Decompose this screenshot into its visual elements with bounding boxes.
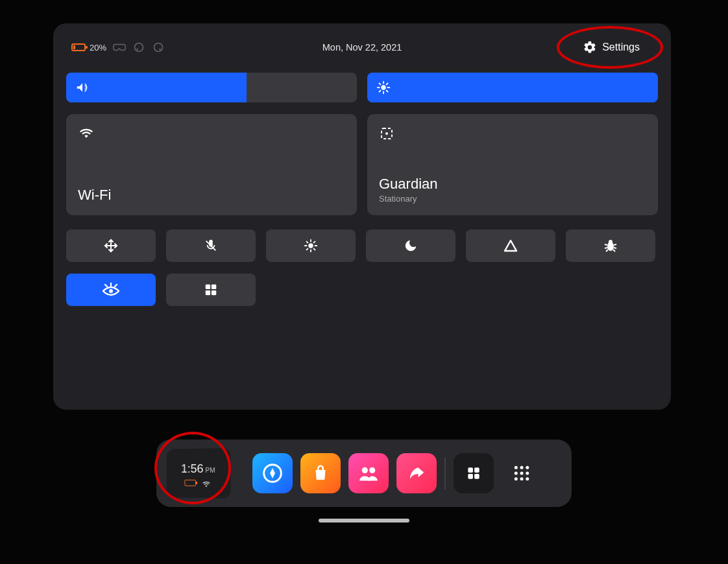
panel-header: 20% Mon, Nov 22, 2021 Settings xyxy=(66,36,658,58)
quick-mute-mic-button[interactable] xyxy=(166,229,256,262)
home-indicator[interactable] xyxy=(319,519,409,523)
svg-line-23 xyxy=(307,242,308,243)
brightness-slider[interactable] xyxy=(367,73,658,102)
svg-line-25 xyxy=(307,249,308,250)
svg-point-46 xyxy=(369,467,375,473)
move-icon xyxy=(103,238,119,253)
quick-notifications-button[interactable] xyxy=(466,229,555,262)
svg-rect-50 xyxy=(474,474,479,479)
dock: 1:56 PM xyxy=(156,440,572,507)
battery-status: 20% xyxy=(71,43,106,53)
boundary-icon xyxy=(379,126,646,141)
headset-icon xyxy=(113,41,126,54)
svg-point-3 xyxy=(159,49,161,51)
svg-rect-48 xyxy=(474,467,479,473)
svg-rect-39 xyxy=(206,285,210,289)
battery-pct-label: 20% xyxy=(90,43,106,53)
svg-line-9 xyxy=(379,83,380,84)
settings-label: Settings xyxy=(602,41,640,53)
dock-app-share[interactable] xyxy=(396,453,437,493)
dock-all-apps[interactable] xyxy=(502,453,542,493)
quick-bug-report-button[interactable] xyxy=(566,229,655,262)
sun-icon xyxy=(304,239,318,253)
quick-passthrough-shortcut-button[interactable] xyxy=(266,229,356,262)
svg-rect-40 xyxy=(212,285,216,289)
svg-point-45 xyxy=(362,467,368,473)
svg-point-54 xyxy=(515,472,518,475)
svg-point-28 xyxy=(609,240,613,244)
bag-icon xyxy=(311,464,330,483)
guardian-title: Guardian xyxy=(379,176,646,193)
settings-button[interactable]: Settings xyxy=(583,40,653,54)
clock-time: 1:56 xyxy=(181,462,203,475)
svg-rect-41 xyxy=(206,290,210,295)
dock-recent-apps[interactable] xyxy=(454,453,494,493)
svg-rect-47 xyxy=(468,467,473,473)
dock-separator xyxy=(444,457,446,489)
quick-app-grid-button[interactable] xyxy=(166,274,256,306)
quick-reset-view-button[interactable] xyxy=(66,229,156,262)
quick-night-mode-button[interactable] xyxy=(366,229,455,262)
svg-line-31 xyxy=(605,248,607,248)
svg-point-0 xyxy=(135,43,143,52)
share-icon xyxy=(407,464,426,483)
guardian-card[interactable]: Guardian Stationary xyxy=(367,114,658,215)
svg-point-38 xyxy=(109,289,113,293)
svg-point-57 xyxy=(515,477,518,480)
eye-icon xyxy=(102,282,120,298)
compass-icon xyxy=(262,463,283,484)
header-status-left: 20% xyxy=(71,41,165,54)
svg-line-29 xyxy=(605,244,607,245)
svg-point-1 xyxy=(136,49,138,51)
dock-battery-icon xyxy=(184,479,196,486)
svg-line-12 xyxy=(387,83,388,84)
mic-off-icon xyxy=(204,239,218,253)
svg-point-58 xyxy=(520,477,524,480)
svg-point-55 xyxy=(520,472,524,475)
dock-clock-tile[interactable]: 1:56 PM xyxy=(167,448,231,499)
svg-line-24 xyxy=(314,249,315,250)
svg-point-51 xyxy=(515,466,518,469)
svg-line-37 xyxy=(115,285,117,287)
svg-point-18 xyxy=(308,243,313,248)
svg-point-52 xyxy=(520,466,524,469)
svg-rect-49 xyxy=(468,474,473,479)
svg-line-10 xyxy=(387,91,388,92)
wifi-card[interactable]: Wi-Fi xyxy=(66,114,357,215)
svg-point-2 xyxy=(154,43,163,52)
people-icon xyxy=(358,464,379,482)
svg-line-33 xyxy=(606,250,608,252)
svg-point-4 xyxy=(381,85,385,89)
wifi-title: Wi-Fi xyxy=(78,187,345,204)
dock-app-people[interactable] xyxy=(348,453,389,493)
wifi-icon xyxy=(78,126,345,139)
volume-slider[interactable] xyxy=(66,73,357,102)
controller-left-icon xyxy=(132,41,145,54)
svg-point-53 xyxy=(526,466,529,469)
svg-point-14 xyxy=(385,132,388,135)
gear-icon xyxy=(583,40,597,54)
moon-icon xyxy=(404,239,418,253)
grid4-icon xyxy=(204,283,218,297)
dock-wifi-icon xyxy=(201,480,212,488)
svg-point-59 xyxy=(526,477,529,480)
controller-right-icon xyxy=(152,41,165,54)
svg-line-32 xyxy=(614,248,616,248)
battery-icon xyxy=(71,43,86,51)
quick-passthrough-button[interactable] xyxy=(66,274,156,306)
bug-icon xyxy=(603,238,618,253)
quick-settings-panel: 20% Mon, Nov 22, 2021 Settings xyxy=(53,23,671,410)
svg-line-30 xyxy=(614,244,616,245)
triangle-icon xyxy=(503,238,518,253)
svg-point-56 xyxy=(526,472,529,475)
dock-app-explore[interactable] xyxy=(252,453,293,493)
svg-rect-42 xyxy=(212,290,216,295)
brightness-icon xyxy=(376,73,391,102)
svg-line-11 xyxy=(379,91,380,92)
volume-icon xyxy=(75,73,90,102)
svg-line-26 xyxy=(314,242,315,243)
dock-app-store[interactable] xyxy=(300,453,341,493)
guardian-subtitle: Stationary xyxy=(379,194,646,204)
svg-line-36 xyxy=(105,285,107,287)
svg-line-34 xyxy=(613,250,615,252)
